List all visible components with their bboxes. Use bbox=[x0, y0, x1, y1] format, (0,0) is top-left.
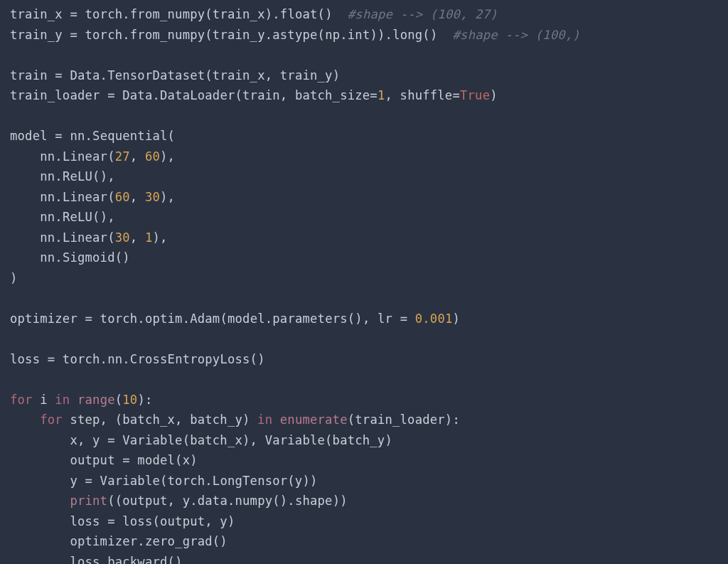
comment: #shape --> (100,) bbox=[453, 28, 580, 42]
code-line: nn.Linear(60, 30), bbox=[10, 190, 175, 204]
code-line: loss.backward() bbox=[10, 555, 183, 565]
code-line: output = model(x) bbox=[10, 453, 198, 467]
code-line: nn.Sigmoid() bbox=[10, 250, 130, 265]
code-line: nn.ReLU(), bbox=[10, 210, 115, 224]
code-line: train_x = torch.from_numpy(train_x).floa… bbox=[10, 7, 498, 21]
code-line: optimizer.zero_grad() bbox=[10, 534, 228, 548]
code-line: nn.ReLU(), bbox=[10, 169, 115, 183]
code-line: for step, (batch_x, batch_y) in enumerat… bbox=[10, 413, 460, 427]
code-line: model = nn.Sequential( bbox=[10, 129, 175, 143]
code-line: print((output, y.data.numpy().shape)) bbox=[10, 494, 348, 508]
code-line: train = Data.TensorDataset(train_x, trai… bbox=[10, 68, 340, 83]
code-line: loss = torch.nn.CrossEntropyLoss() bbox=[10, 352, 265, 366]
code-line: loss = loss(output, y) bbox=[10, 514, 235, 528]
code-line: train_loader = Data.DataLoader(train, ba… bbox=[10, 88, 498, 102]
code-line: nn.Linear(27, 60), bbox=[10, 149, 175, 164]
code-line: optimizer = torch.optim.Adam(model.param… bbox=[10, 312, 460, 326]
code-line: y = Variable(torch.LongTensor(y)) bbox=[10, 474, 318, 488]
code-line: nn.Linear(30, 1), bbox=[10, 230, 168, 245]
code-line: for i in range(10): bbox=[10, 393, 153, 407]
code-line: train_y = torch.from_numpy(train_y.astyp… bbox=[10, 28, 580, 42]
code-line: x, y = Variable(batch_x), Variable(batch… bbox=[10, 433, 392, 447]
code-line: ) bbox=[10, 271, 18, 285]
comment: #shape --> (100, 27) bbox=[348, 7, 498, 21]
code-block: train_x = torch.from_numpy(train_x).floa… bbox=[0, 0, 728, 564]
